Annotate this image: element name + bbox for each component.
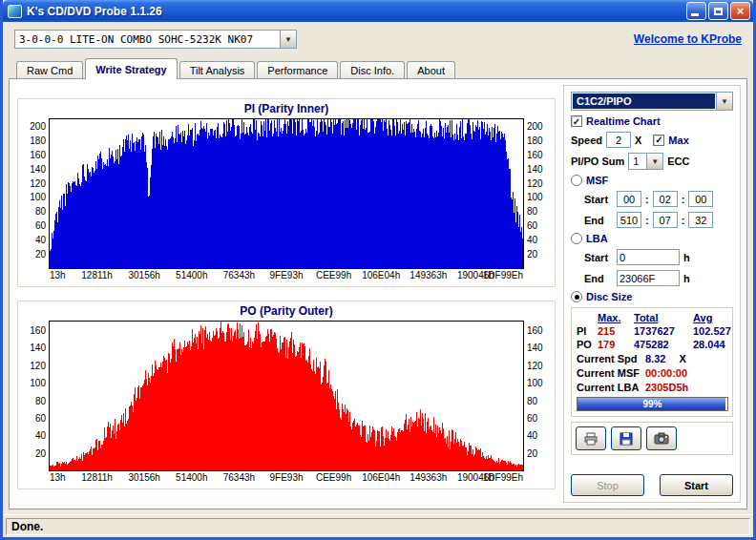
stats-po-avg: 28.044 — [693, 339, 731, 350]
po-chart-title: PO (Parity Outer) — [20, 304, 553, 321]
printer-icon — [583, 431, 598, 447]
pipo-sum-label: PI/PO Sum — [571, 156, 624, 167]
realtime-chart-row: Realtime Chart — [571, 115, 733, 127]
print-button[interactable] — [576, 426, 606, 450]
colon-separator: : — [682, 215, 685, 226]
stats-po-max: 179 — [598, 339, 634, 350]
pipo-sum-select[interactable]: 1 ▼ — [628, 153, 663, 170]
msf-end-frame[interactable] — [688, 212, 713, 228]
msf-end-min[interactable] — [617, 212, 641, 228]
chevron-down-icon[interactable]: ▼ — [280, 31, 296, 48]
msf-start-sec[interactable] — [653, 191, 678, 207]
colon-separator: : — [645, 215, 649, 226]
lba-end-row: End h — [571, 270, 733, 286]
msf-radio[interactable] — [571, 175, 582, 186]
lba-start-unit: h — [683, 252, 690, 263]
drive-select[interactable]: 3-0-0-0 LITE-ON COMBO SOHC-5232K NK07 ▼ — [14, 30, 297, 49]
pipo-sum-row: PI/PO Sum 1 ▼ ECC — [571, 153, 733, 170]
tool-buttons — [571, 422, 733, 455]
po-chart-block: PO (Parity Outer) 20406080100120140160 2… — [17, 301, 556, 489]
stats-header-total: Total — [634, 312, 693, 323]
tab-raw-cmd[interactable]: Raw Cmd — [16, 61, 83, 78]
lba-end-input[interactable] — [617, 270, 680, 286]
minimize-button[interactable] — [686, 2, 706, 20]
lba-end-label: End — [584, 273, 613, 284]
realtime-chart-label: Realtime Chart — [586, 115, 661, 127]
mode-select[interactable]: C1C2/PIPO ▼ — [571, 92, 733, 111]
msf-start-min[interactable] — [617, 191, 641, 207]
tab-performance[interactable]: Performance — [257, 61, 338, 78]
snapshot-button[interactable] — [646, 426, 677, 450]
current-speed-value: 8.32 — [645, 353, 665, 364]
maximize-button[interactable] — [708, 2, 728, 20]
mode-select-value: C1C2/PIPO — [573, 93, 715, 109]
pi-chart-canvas — [50, 119, 523, 268]
snapshot-icon — [654, 431, 669, 447]
current-lba-label: Current LBA — [577, 382, 645, 393]
close-button[interactable]: × — [730, 2, 750, 20]
lba-start-row: Start h — [571, 249, 733, 265]
msf-end-sec[interactable] — [653, 212, 678, 228]
lba-end-unit: h — [683, 273, 690, 284]
tab-tilt-analysis[interactable]: Tilt Analysis — [179, 61, 256, 78]
pi-yaxis-right: 20406080100120140160180200 — [524, 118, 553, 269]
lba-radio-row: LBA — [571, 233, 733, 244]
status-text: Done. — [6, 518, 750, 535]
window-title: K's CD/DVD Probe 1.1.26 — [27, 5, 684, 18]
save-icon — [619, 431, 634, 447]
start-button[interactable]: Start — [660, 474, 733, 496]
toolbar: 3-0-0-0 LITE-ON COMBO SOHC-5232K NK07 ▼ … — [3, 22, 753, 56]
tab-page: PI (Parity Inner) 2040608010012014016018… — [9, 78, 747, 509]
welcome-link[interactable]: Welcome to KProbe — [634, 32, 742, 46]
tabstrip: Raw Cmd Write Strategy Tilt Analysis Per… — [9, 56, 747, 78]
disc-size-radio-row: Disc Size — [571, 291, 733, 302]
charts-column: PI (Parity Inner) 2040608010012014016018… — [17, 85, 556, 503]
po-xaxis-labels: 13h12811h30156h51400h76343h9FE93hCEE99h1… — [50, 473, 523, 485]
po-yaxis-right: 20406080100120140160 — [524, 321, 553, 471]
tab-disc-info[interactable]: Disc Info. — [340, 61, 405, 78]
msf-start-frame[interactable] — [688, 191, 713, 207]
statusbar: Done. — [3, 514, 753, 537]
speed-unit-label: X — [635, 135, 641, 146]
max-speed-label: Max — [668, 135, 688, 146]
current-lba-value: 2305D5h — [645, 382, 688, 393]
progress-percent: 99% — [578, 398, 727, 410]
colon-separator: : — [682, 194, 685, 205]
stop-button[interactable]: Stop — [571, 474, 644, 496]
po-chart-canvas — [50, 322, 523, 470]
lba-radio[interactable] — [571, 233, 582, 244]
current-msf-label: Current MSF — [577, 367, 645, 379]
msf-label: MSF — [586, 175, 608, 186]
control-panel: C1C2/PIPO ▼ Realtime Chart Speed X Max P… — [563, 85, 741, 503]
disc-size-radio[interactable] — [571, 291, 582, 302]
stats-po-total: 475282 — [634, 339, 693, 350]
realtime-chart-checkbox[interactable] — [571, 115, 582, 127]
max-speed-checkbox[interactable] — [653, 135, 664, 146]
stats-box: Max. Total Avg PI 215 1737627 102.527 PO… — [571, 307, 733, 417]
msf-start-label: Start — [584, 194, 613, 205]
chevron-down-icon[interactable]: ▼ — [646, 154, 662, 169]
lba-label: LBA — [586, 233, 608, 244]
chevron-down-icon[interactable]: ▼ — [716, 93, 732, 110]
tab-about[interactable]: About — [407, 61, 455, 78]
lba-start-input[interactable] — [617, 249, 680, 265]
tab-write-strategy[interactable]: Write Strategy — [85, 58, 177, 79]
msf-end-label: End — [584, 215, 613, 226]
stats-header-avg: Avg — [693, 312, 731, 323]
stats-table: Max. Total Avg PI 215 1737627 102.527 PO… — [577, 312, 728, 350]
colon-separator: : — [645, 194, 649, 205]
pi-yaxis-left: 20406080100120140160180200 — [20, 118, 49, 269]
speed-input[interactable] — [606, 132, 631, 148]
pi-chart-title: PI (Parity Inner) — [20, 102, 553, 118]
app-window: K's CD/DVD Probe 1.1.26 × 3-0-0-0 LITE-O… — [0, 0, 756, 540]
disc-size-label: Disc Size — [586, 291, 632, 302]
current-msf-value: 00:00:00 — [645, 367, 687, 379]
pi-chart-plot — [49, 118, 524, 269]
current-speed-unit: X — [679, 353, 685, 364]
main-area: Raw Cmd Write Strategy Tilt Analysis Per… — [3, 56, 753, 514]
app-icon — [8, 5, 22, 18]
pipo-sum-value: 1 — [629, 154, 646, 169]
save-button[interactable] — [611, 426, 641, 450]
current-speed-label: Current Spd — [577, 353, 645, 364]
po-yaxis-left: 20406080100120140160 — [20, 321, 49, 471]
